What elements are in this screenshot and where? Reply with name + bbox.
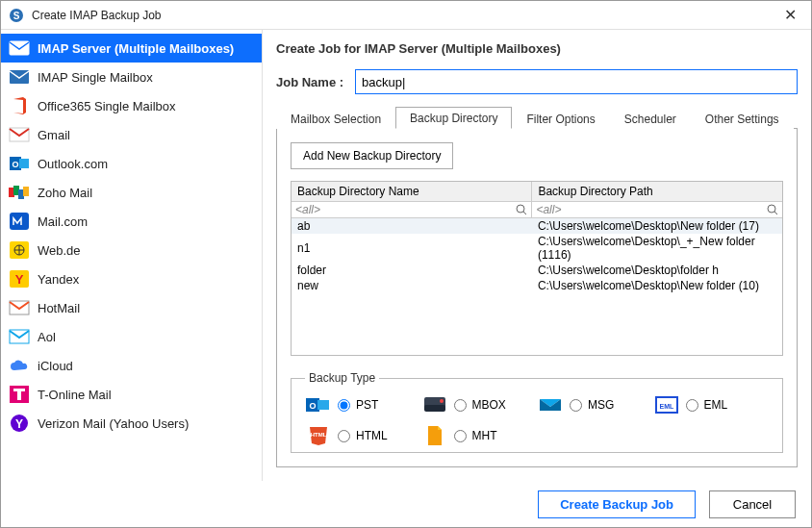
- filter-path-input[interactable]: <all>: [536, 203, 561, 216]
- sidebar-item-imap-multiple[interactable]: IMAP Server (Multiple Mailboxes): [1, 34, 262, 63]
- backup-type-msg[interactable]: MSG: [537, 394, 653, 415]
- radio-input[interactable]: [338, 430, 350, 442]
- svg-rect-3: [10, 70, 29, 84]
- tab-mailbox-selection[interactable]: Mailbox Selection: [276, 108, 395, 129]
- add-backup-directory-button[interactable]: Add New Backup Directory: [291, 142, 453, 169]
- sidebar-item-label: IMAP Server (Multiple Mailboxes): [38, 41, 234, 56]
- backup-type-pst[interactable]: O PST: [305, 394, 421, 415]
- search-icon[interactable]: [516, 204, 527, 215]
- create-backup-job-button[interactable]: Create Backup Job: [538, 490, 696, 518]
- tab-backup-directory[interactable]: Backup Directory: [395, 107, 512, 129]
- main-panel: Create Job for IMAP Server (Multiple Mai…: [263, 30, 811, 481]
- svg-text:Y: Y: [15, 272, 24, 287]
- svg-text:S: S: [13, 11, 20, 21]
- msg-icon: [537, 394, 564, 415]
- backup-type-eml[interactable]: EML EML: [653, 394, 770, 415]
- job-name-input[interactable]: [355, 69, 798, 94]
- tab-filter-options[interactable]: Filter Options: [512, 108, 609, 129]
- tabs: Mailbox Selection Backup Directory Filte…: [276, 106, 798, 129]
- yahoo-icon: Y: [9, 414, 30, 433]
- titlebar: S Create IMAP Backup Job ✕: [1, 1, 811, 30]
- sidebar-item-office365[interactable]: Office365 Single Mailbox: [1, 91, 262, 120]
- col-header-path[interactable]: Backup Directory Path: [532, 182, 782, 202]
- backup-type-html[interactable]: HTML HTML: [305, 425, 421, 446]
- directories-grid: Backup Directory Name Backup Directory P…: [291, 181, 783, 356]
- table-row[interactable]: folderC:\Users\welcome\Desktop\folder h: [292, 263, 782, 278]
- radio-input[interactable]: [338, 399, 350, 412]
- sidebar-item-label: iCloud: [38, 359, 73, 373]
- sidebar-item-label: Zoho Mail: [38, 186, 92, 200]
- aol-icon: [9, 327, 30, 346]
- tab-panel-backup-directory: Add New Backup Directory Backup Director…: [276, 129, 798, 467]
- svg-text:O: O: [12, 160, 18, 169]
- table-row[interactable]: n1C:\Users\welcome\Desktop\_+_New folder…: [292, 234, 782, 263]
- col-header-name[interactable]: Backup Directory Name: [292, 182, 532, 202]
- svg-point-24: [517, 205, 524, 213]
- svg-text:Y: Y: [15, 417, 23, 431]
- webde-icon: [9, 240, 30, 260]
- hotmail-icon: [9, 298, 30, 317]
- mbox-icon: [421, 394, 448, 415]
- backup-type-mht[interactable]: MHT: [421, 425, 538, 446]
- sidebar-item-webde[interactable]: Web.de: [1, 236, 262, 264]
- sidebar-item-mailcom[interactable]: Mail.com: [1, 207, 262, 236]
- html-icon: HTML: [305, 425, 332, 446]
- svg-text:O: O: [309, 401, 316, 411]
- cancel-button[interactable]: Cancel: [709, 490, 796, 518]
- radio-input[interactable]: [570, 399, 582, 412]
- sidebar-item-zoho[interactable]: Zoho Mail: [1, 178, 262, 207]
- table-row[interactable]: abC:\Users\welcome\Desktop\New folder (1…: [292, 218, 782, 235]
- sidebar-item-label: Gmail: [38, 128, 70, 142]
- search-icon[interactable]: [767, 204, 778, 215]
- svg-rect-21: [13, 389, 25, 391]
- sidebar-item-outlook[interactable]: O Outlook.com: [1, 149, 262, 178]
- table-row[interactable]: newC:\Users\welcome\Desktop\New folder (…: [292, 278, 782, 293]
- mht-icon: [421, 425, 448, 446]
- sidebar-item-label: IMAP Single Mailbox: [38, 70, 153, 85]
- svg-text:EML: EML: [659, 403, 674, 410]
- sidebar-item-label: Office365 Single Mailbox: [38, 99, 176, 113]
- sidebar-item-label: Yandex: [38, 272, 79, 287]
- backup-type-group: Backup Type O PST MBOX MSG: [291, 371, 783, 453]
- radio-input[interactable]: [454, 399, 467, 412]
- sidebar-item-label: Outlook.com: [38, 157, 108, 171]
- tab-other-settings[interactable]: Other Settings: [691, 108, 794, 129]
- filter-name-input[interactable]: <all>: [295, 203, 320, 216]
- sidebar-item-icloud[interactable]: iCloud: [1, 351, 262, 380]
- icloud-icon: [9, 356, 30, 375]
- pst-icon: O: [305, 394, 332, 415]
- footer: Create Backup Job Cancel: [1, 481, 811, 527]
- office365-icon: [9, 96, 30, 115]
- svg-rect-11: [23, 187, 29, 196]
- svg-point-33: [440, 399, 444, 403]
- sidebar-item-imap-single[interactable]: IMAP Single Mailbox: [1, 63, 262, 91]
- window-title: Create IMAP Backup Job: [32, 9, 776, 22]
- app-icon: S: [9, 8, 24, 23]
- envelope-icon: [9, 38, 30, 58]
- svg-rect-32: [424, 405, 445, 412]
- sidebar-item-hotmail[interactable]: HotMail: [1, 293, 262, 322]
- sidebar-item-label: Web.de: [38, 243, 81, 258]
- close-icon[interactable]: ✕: [776, 6, 803, 24]
- sidebar-item-aol[interactable]: Aol: [1, 322, 262, 351]
- sidebar-item-verizon[interactable]: Y Verizon Mail (Yahoo Users): [1, 409, 262, 438]
- svg-line-27: [774, 212, 777, 214]
- job-name-label: Job Name :: [276, 75, 355, 89]
- svg-line-25: [523, 212, 526, 214]
- sidebar-item-gmail[interactable]: Gmail: [1, 120, 262, 149]
- radio-input[interactable]: [686, 399, 698, 412]
- svg-rect-2: [10, 41, 29, 55]
- backup-type-mbox[interactable]: MBOX: [421, 394, 538, 415]
- backup-type-legend: Backup Type: [305, 371, 379, 385]
- sidebar-item-tonline[interactable]: T-Online Mail: [1, 380, 262, 409]
- sidebar-item-yandex[interactable]: Y Yandex: [1, 264, 262, 293]
- gmail-icon: [9, 125, 30, 144]
- svg-rect-29: [317, 400, 329, 410]
- sidebar-item-label: T-Online Mail: [38, 388, 112, 402]
- tab-scheduler[interactable]: Scheduler: [610, 108, 691, 129]
- radio-input[interactable]: [454, 430, 467, 442]
- svg-point-26: [768, 205, 775, 213]
- envelope-icon: [9, 67, 30, 87]
- zoho-icon: [9, 183, 30, 202]
- tonline-icon: [9, 385, 30, 404]
